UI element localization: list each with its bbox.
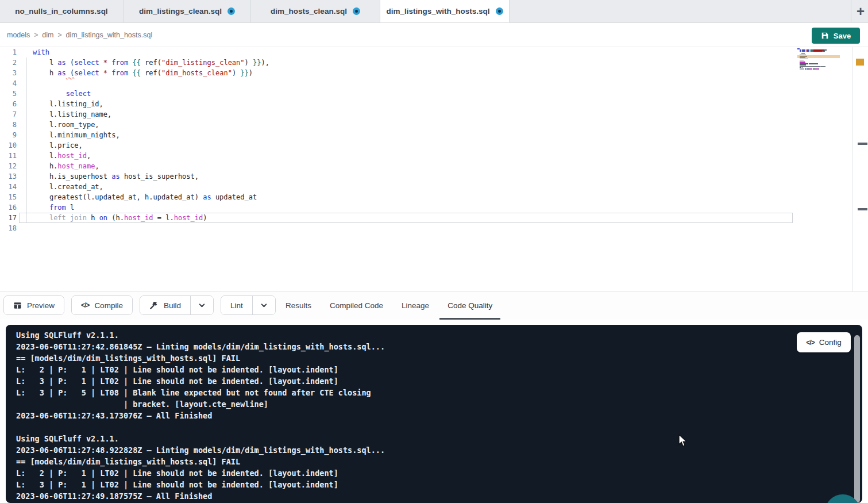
minimap-viewport[interactable] — [797, 55, 840, 58]
terminal-line: 2023-06-06T11:27:43.173076Z — All Finish… — [16, 410, 385, 421]
code-line: h as (select * from {{ ref("dim_hosts_cl… — [33, 68, 253, 78]
indent-guide — [26, 57, 27, 223]
unsaved-changes-dot-icon — [227, 7, 235, 15]
editor-tab-dim-hosts-clean-sql[interactable]: dim_hosts_clean.sql — [251, 0, 380, 22]
minimap-token — [819, 68, 819, 70]
breadcrumb-item[interactable]: dim — [42, 31, 53, 39]
code-token: h. — [33, 162, 57, 170]
breadcrumb-item[interactable]: dim_listings_with_hosts.sql — [65, 31, 152, 39]
code-token — [33, 214, 49, 222]
code-token: l.price, — [33, 141, 83, 149]
code-token: from — [49, 203, 66, 212]
code-area[interactable]: with l as (select * from {{ ref("dim_lis… — [33, 47, 799, 291]
code-token: , — [87, 152, 91, 160]
code-token: }} — [253, 59, 261, 67]
code-token: = l. — [153, 214, 174, 222]
ruler-dash-marker-icon — [858, 143, 867, 145]
terminal-line: | bracket. [layout.cte_newline] — [16, 398, 385, 410]
breadcrumb-chevron-icon: > — [34, 31, 38, 39]
code-token: ( — [66, 59, 74, 67]
code-token: h.is_superhost — [33, 172, 111, 181]
new-tab-button[interactable]: + — [854, 3, 867, 20]
code-token: on — [99, 214, 107, 222]
code-line: l.minimum_nights, — [33, 130, 120, 140]
button-label: Compile — [94, 301, 123, 310]
code-line: l.created_at, — [33, 182, 103, 192]
lint-button-group: Lint — [221, 295, 276, 315]
code-token — [33, 90, 66, 98]
breadcrumb-bar: models>dim>dim_listings_with_hosts.sql S… — [0, 24, 868, 47]
code-editor[interactable]: 123456789101112131415161718 with l as (s… — [0, 47, 868, 291]
panel-tab-compiled-code[interactable]: Compiled Code — [322, 293, 391, 320]
compile-button[interactable]: </>Compile — [72, 296, 132, 314]
breadcrumb: models>dim>dim_listings_with_hosts.sql — [0, 31, 152, 39]
code-line: h.is_superhost as host_is_superhost, — [33, 171, 199, 182]
minimap-token — [824, 51, 825, 52]
code-token: from — [111, 59, 128, 67]
terminal-line: L: 2 | P: 1 | LT02 | Line should not be … — [16, 467, 385, 479]
line-number: 4 — [13, 78, 17, 89]
editor-tab-dim-listings-clean-sql[interactable]: dim_listings_clean.sql — [124, 0, 251, 22]
code-token: l.listing_name, — [33, 110, 111, 118]
panel-tab-lineage[interactable]: Lineage — [394, 293, 437, 320]
code-token: , — [95, 162, 99, 170]
terminal-line: 2023-06-06T11:27:48.922828Z — Linting mo… — [16, 444, 385, 456]
code-line: l as (select * from {{ ref("dim_listings… — [33, 57, 269, 68]
code-token: ) — [203, 214, 207, 222]
config-label: Config — [819, 338, 842, 347]
code-token: ) — [245, 59, 253, 67]
code-token: h — [87, 214, 99, 222]
code-icon: </> — [806, 339, 814, 347]
terminal-line — [16, 421, 385, 433]
terminal-scrollbar[interactable] — [854, 335, 860, 503]
code-token: host_is_superhost, — [120, 172, 199, 181]
terminal-line: Using SQLFluff v2.1.1. — [16, 433, 385, 444]
build-button[interactable]: Build — [140, 296, 190, 314]
code-token: {{ — [132, 59, 140, 67]
terminal-line: == [models/dim/dim_listings_with_hosts.s… — [16, 456, 385, 467]
code-line: l.room_type, — [33, 120, 99, 130]
code-token: select — [74, 59, 99, 67]
code-token: host_name — [57, 162, 95, 170]
button-label: Lint — [230, 301, 243, 310]
ruler-dash-marker-icon — [858, 208, 867, 210]
minimap[interactable] — [797, 48, 840, 135]
build-dropdown-button[interactable] — [190, 296, 213, 314]
terminal-line: L: 3 | P: 5 | LT08 | Blank line expected… — [16, 387, 385, 398]
line-number: 16 — [9, 202, 17, 213]
code-token: greatest(l.updated_at, h.updated_at) — [33, 193, 203, 201]
code-token: with — [33, 48, 49, 56]
code-token: l.minimum_nights, — [33, 131, 120, 139]
tab-label: no_nulls_in_columns.sql — [15, 7, 107, 16]
code-token: as — [111, 172, 119, 181]
config-button[interactable]: </> Config — [797, 332, 851, 352]
code-line: l.listing_name, — [33, 109, 111, 120]
editor-tab-no-nulls-in-columns-sql[interactable]: no_nulls_in_columns.sql — [0, 0, 124, 22]
code-line: select — [33, 89, 91, 99]
code-token: l.room_type, — [33, 121, 99, 129]
terminal-line: L: 2 | P: 1 | LT02 | Line should not be … — [16, 364, 385, 375]
code-token: ) — [232, 69, 240, 77]
panel-tab-code-quality[interactable]: Code Quality — [439, 293, 500, 320]
toolbar-buttons: Preview</>CompileBuildLint — [3, 295, 276, 315]
save-button[interactable]: Save — [812, 28, 860, 44]
code-token: }} — [240, 69, 248, 77]
hammer-icon — [149, 301, 159, 310]
terminal-output: Using SQLFluff v2.1.1.2023-06-06T11:27:4… — [16, 329, 385, 502]
code-line: from l — [33, 202, 74, 213]
code-line: left join h on (h.host_id = l.host_id) — [33, 213, 207, 223]
save-label: Save — [834, 32, 851, 40]
lint-button[interactable]: Lint — [221, 296, 252, 314]
minimap-lines — [797, 48, 840, 71]
editor-tab-dim-listings-with-hosts-sql[interactable]: dim_listings_with_hosts.sql — [380, 0, 510, 22]
lint-dropdown-button[interactable] — [252, 296, 275, 314]
preview-button[interactable]: Preview — [4, 296, 64, 314]
line-number: 17 — [9, 213, 17, 223]
terminal-panel[interactable]: Using SQLFluff v2.1.1.2023-06-06T11:27:4… — [6, 325, 862, 503]
code-line: l.listing_id, — [33, 99, 103, 109]
ide-window: no_nulls_in_columns.sqldim_listings_clea… — [0, 0, 868, 503]
build-button-group: Build — [140, 295, 214, 315]
panel-tab-results[interactable]: Results — [277, 293, 319, 320]
line-number: 13 — [9, 171, 17, 182]
breadcrumb-item[interactable]: models — [7, 31, 30, 39]
